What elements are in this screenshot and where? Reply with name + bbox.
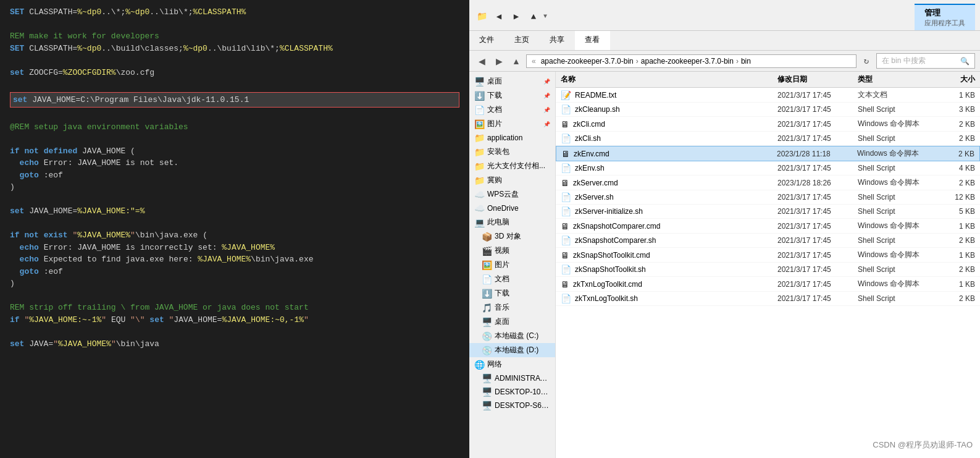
file-date-7: 2021/3/17 17:45 xyxy=(777,193,858,201)
nav-item-admin[interactable]: 🖥️ ADMINISTRATI... xyxy=(469,371,555,385)
file-row[interactable]: 📝 README.txt 2021/3/17 17:45 文本文档 1 KB xyxy=(556,88,980,103)
file-size-9: 1 KB xyxy=(938,222,975,231)
nav-item-download[interactable]: ⬇️ 下载 📌 xyxy=(469,88,555,103)
file-row[interactable]: 📄 zkCli.sh 2021/3/17 17:45 Shell Script … xyxy=(556,132,980,146)
col-header-type[interactable]: 类型 xyxy=(858,74,938,85)
address-path[interactable]: « apache-zookeeper-3.7.0-bin › apache-zo… xyxy=(526,54,856,68)
nav-label-onedrive: OneDrive xyxy=(487,204,519,213)
code-set-javahome: set JAVA_HOME=%JAVA_HOME:"=% xyxy=(10,205,459,218)
up-button[interactable]: ▲ xyxy=(509,54,524,69)
nav-label-wps: WPS云盘 xyxy=(487,189,519,200)
code-blank-4 xyxy=(10,109,459,121)
file-name-1: zkCleanup.sh xyxy=(575,105,777,114)
nav-item-desktop[interactable]: 🖥️ 桌面 📌 xyxy=(469,74,555,88)
file-size-7: 12 KB xyxy=(938,193,975,201)
tab-view[interactable]: 查看 xyxy=(575,31,610,50)
nav-item-pic2[interactable]: 🖼️ 图片 xyxy=(469,258,555,272)
nav-icon-music: 🎵 xyxy=(482,303,492,313)
file-row[interactable]: 📄 zkServer.sh 2021/3/17 17:45 Shell Scri… xyxy=(556,190,980,205)
nav-item-desktop108[interactable]: 🖥️ DESKTOP-108... xyxy=(469,385,555,399)
nav-label-admin: ADMINISTRATI... xyxy=(495,374,550,383)
nav-item-doc2[interactable]: 📄 文档 xyxy=(469,272,555,286)
nav-label-desktop108: DESKTOP-108... xyxy=(495,388,550,396)
tab-share[interactable]: 共享 xyxy=(540,31,575,50)
nav-icon-wps: ☁️ xyxy=(474,190,485,200)
file-row[interactable]: 🖥 zkEnv.cmd 2023/1/28 11:18 Windows 命令脚本… xyxy=(556,146,980,161)
tab-home[interactable]: 主页 xyxy=(505,31,540,50)
code-blank-1 xyxy=(10,19,459,31)
file-type-4: Windows 命令脚本 xyxy=(857,148,937,159)
file-icon-7: 📄 xyxy=(561,192,571,202)
pin-icon: ▼ xyxy=(543,13,547,20)
nav-item-desktops62[interactable]: 🖥️ DESKTOP-S62... xyxy=(469,399,555,412)
nav-item-docs[interactable]: 📄 文档 📌 xyxy=(469,103,555,117)
folder-nav-icon: « xyxy=(532,57,536,66)
nav-item-thispc[interactable]: 💻 此电脑 xyxy=(469,215,555,229)
code-highlighted: set JAVA_HOME=C:\Program Files\Java\jdk-… xyxy=(10,92,459,108)
nav-pin-desktop: 📌 xyxy=(543,78,550,85)
manage-subtitle: 应用程序工具 xyxy=(924,19,965,28)
back-quick-btn[interactable]: ◀ xyxy=(492,9,506,24)
nav-item-pictures[interactable]: 🖼️ 图片 📌 xyxy=(469,117,555,131)
file-name-4: zkEnv.cmd xyxy=(574,150,777,158)
nav-item-dl2[interactable]: ⬇️ 下载 xyxy=(469,286,555,300)
nav-item-onedrive[interactable]: ☁️ OneDrive xyxy=(469,201,555,215)
nav-item-desk2[interactable]: 🖥️ 桌面 xyxy=(469,315,555,329)
nav-label-desktops62: DESKTOP-S62... xyxy=(495,401,550,410)
code-echo-expected: echo Expected to find java.exe here: %JA… xyxy=(10,253,459,266)
file-date-6: 2023/1/28 18:26 xyxy=(777,179,858,187)
col-header-name[interactable]: 名称 xyxy=(561,74,777,85)
file-date-12: 2021/3/17 17:45 xyxy=(777,265,858,274)
file-row[interactable]: 🖥 zkTxnLogToolkit.cmd 2021/3/17 17:45 Wi… xyxy=(556,277,980,292)
nav-item-driveD[interactable]: 💿 本地磁盘 (D:) xyxy=(469,343,555,357)
refresh-button[interactable]: ↻ xyxy=(859,54,874,69)
forward-button[interactable]: ▶ xyxy=(492,54,506,69)
nav-item-video[interactable]: 🎬 视频 xyxy=(469,244,555,258)
nav-item-jigou[interactable]: 📁 冀购 xyxy=(469,173,555,187)
file-row[interactable]: 📄 zkServer-initialize.sh 2021/3/17 17:45… xyxy=(556,205,980,219)
nav-item-payment[interactable]: 📁 光大支付支付相... xyxy=(469,159,555,173)
nav-item-music[interactable]: 🎵 音乐 xyxy=(469,300,555,315)
nav-icon-onedrive: ☁️ xyxy=(474,203,485,213)
col-header-date[interactable]: 修改日期 xyxy=(777,74,858,85)
manage-label: 管理 xyxy=(924,7,965,19)
file-row[interactable]: 📄 zkEnv.sh 2021/3/17 17:45 Shell Script … xyxy=(556,161,980,176)
nav-icon-video: 🎬 xyxy=(482,246,492,256)
back-button[interactable]: ◀ xyxy=(474,54,489,69)
file-row[interactable]: 📄 zkCleanup.sh 2021/3/17 17:45 Shell Scr… xyxy=(556,103,980,117)
file-row[interactable]: 🖥 zkServer.cmd 2023/1/28 18:26 Windows 命… xyxy=(556,176,980,190)
nav-pin-docs: 📌 xyxy=(543,107,550,113)
up-quick-btn[interactable]: ▲ xyxy=(526,9,541,24)
file-name-6: zkServer.cmd xyxy=(573,179,777,187)
code-line-2: SET CLASSPATH=%~dp0..\build\classes;%~dp… xyxy=(10,43,459,55)
nav-item-wps[interactable]: ☁️ WPS云盘 xyxy=(469,187,555,201)
nav-item-application[interactable]: 📁 application xyxy=(469,131,555,145)
file-date-9: 2021/3/17 17:45 xyxy=(777,222,858,231)
file-size-14: 2 KB xyxy=(938,294,975,303)
nav-item-3d[interactable]: 📦 3D 对象 xyxy=(469,229,555,244)
code-set-java: set JAVA="%JAVA_HOME%"\bin\java xyxy=(10,338,459,350)
file-row[interactable]: 🖥 zkSnapshotComparer.cmd 2021/3/17 17:45… xyxy=(556,219,980,234)
nav-item-network[interactable]: 🌐 网络 xyxy=(469,357,555,371)
file-date-5: 2021/3/17 17:45 xyxy=(777,164,858,172)
file-row[interactable]: 📄 zkTxnLogToolkit.sh 2021/3/17 17:45 She… xyxy=(556,292,980,306)
file-name-8: zkServer-initialize.sh xyxy=(575,207,777,216)
col-header-size[interactable]: 大小 xyxy=(938,74,975,85)
file-row[interactable]: 🖥 zkCli.cmd 2021/3/17 17:45 Windows 命令脚本… xyxy=(556,117,980,132)
file-row[interactable]: 📄 zkSnapshotComparer.sh 2021/3/17 17:45 … xyxy=(556,234,980,248)
tab-file[interactable]: 文件 xyxy=(469,31,505,50)
file-row[interactable]: 🖥 zkSnapShotToolkit.cmd 2021/3/17 17:45 … xyxy=(556,248,980,263)
file-icon-12: 📄 xyxy=(561,265,571,274)
search-box[interactable]: 在 bin 中搜索 🔍 xyxy=(876,53,975,69)
file-size-1: 3 KB xyxy=(938,105,975,114)
file-row[interactable]: 📄 zkSnapShotToolkit.sh 2021/3/17 17:45 S… xyxy=(556,263,980,277)
file-size-2: 2 KB xyxy=(938,120,975,129)
nav-item-install[interactable]: 📁 安装包 xyxy=(469,145,555,159)
nav-icon-driveC: 💿 xyxy=(482,331,492,341)
manage-tab[interactable]: 管理 应用程序工具 xyxy=(915,4,975,30)
nav-item-driveC[interactable]: 💿 本地磁盘 (C:) xyxy=(469,329,555,343)
forward-quick-btn[interactable]: ▶ xyxy=(509,9,524,24)
code-close-1: ) xyxy=(10,181,459,193)
nav-label-driveD: 本地磁盘 (D:) xyxy=(495,345,538,355)
address-bar: ◀ ▶ ▲ « apache-zookeeper-3.7.0-bin › apa… xyxy=(469,51,980,72)
